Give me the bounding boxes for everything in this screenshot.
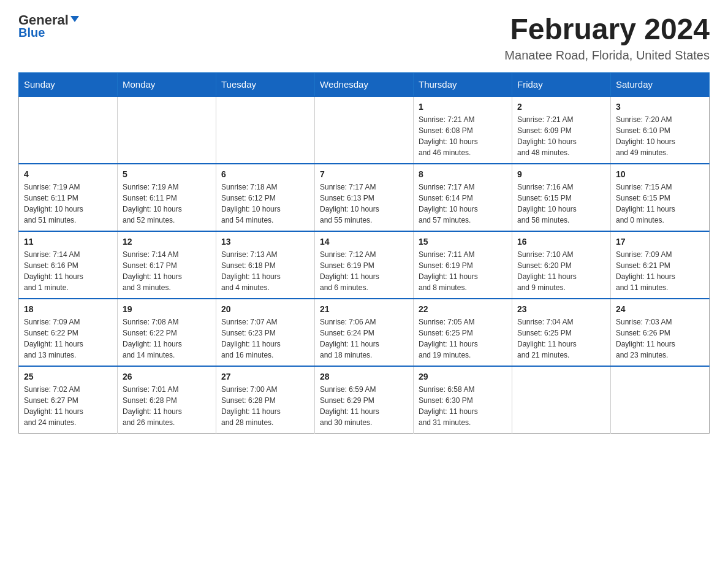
calendar-cell: 7Sunrise: 7:17 AM Sunset: 6:13 PM Daylig… xyxy=(315,164,414,231)
calendar-header-row: SundayMondayTuesdayWednesdayThursdayFrid… xyxy=(19,73,710,97)
day-of-week-header: Wednesday xyxy=(315,73,414,97)
day-info: Sunrise: 7:16 AM Sunset: 6:15 PM Dayligh… xyxy=(517,182,605,226)
calendar-cell xyxy=(118,96,216,164)
day-number: 14 xyxy=(320,237,408,247)
calendar-cell: 26Sunrise: 7:01 AM Sunset: 6:28 PM Dayli… xyxy=(118,366,216,434)
day-number: 26 xyxy=(123,372,211,381)
day-of-week-header: Saturday xyxy=(611,73,710,97)
day-info: Sunrise: 7:12 AM Sunset: 6:19 PM Dayligh… xyxy=(320,249,408,293)
page-header: General Blue February 2024 Manatee Road,… xyxy=(18,12,710,63)
calendar-cell: 8Sunrise: 7:17 AM Sunset: 6:14 PM Daylig… xyxy=(414,164,512,231)
day-info: Sunrise: 7:06 AM Sunset: 6:24 PM Dayligh… xyxy=(320,316,408,361)
day-info: Sunrise: 7:14 AM Sunset: 6:17 PM Dayligh… xyxy=(123,249,211,293)
day-number: 2 xyxy=(517,102,605,112)
day-number: 21 xyxy=(320,304,408,314)
logo-blue-text: Blue xyxy=(18,26,45,40)
calendar-week-row: 18Sunrise: 7:09 AM Sunset: 6:22 PM Dayli… xyxy=(19,299,710,366)
day-info: Sunrise: 7:03 AM Sunset: 6:26 PM Dayligh… xyxy=(616,316,704,361)
day-number: 9 xyxy=(517,169,605,179)
calendar-cell: 16Sunrise: 7:10 AM Sunset: 6:20 PM Dayli… xyxy=(512,231,611,299)
day-number: 15 xyxy=(419,237,507,247)
calendar-cell: 3Sunrise: 7:20 AM Sunset: 6:10 PM Daylig… xyxy=(611,96,710,164)
calendar-cell: 25Sunrise: 7:02 AM Sunset: 6:27 PM Dayli… xyxy=(19,366,118,434)
calendar-cell: 13Sunrise: 7:13 AM Sunset: 6:18 PM Dayli… xyxy=(216,231,315,299)
day-info: Sunrise: 7:19 AM Sunset: 6:11 PM Dayligh… xyxy=(123,182,211,226)
day-number: 10 xyxy=(616,169,704,179)
calendar-subtitle: Manatee Road, Florida, United States xyxy=(504,48,710,63)
calendar-cell: 15Sunrise: 7:11 AM Sunset: 6:19 PM Dayli… xyxy=(414,231,512,299)
calendar-cell: 9Sunrise: 7:16 AM Sunset: 6:15 PM Daylig… xyxy=(512,164,611,231)
day-number: 13 xyxy=(221,237,309,247)
day-info: Sunrise: 7:07 AM Sunset: 6:23 PM Dayligh… xyxy=(221,316,309,361)
calendar-cell: 1Sunrise: 7:21 AM Sunset: 6:08 PM Daylig… xyxy=(414,96,512,164)
day-info: Sunrise: 7:18 AM Sunset: 6:12 PM Dayligh… xyxy=(221,182,309,226)
calendar-cell: 12Sunrise: 7:14 AM Sunset: 6:17 PM Dayli… xyxy=(118,231,216,299)
svg-marker-0 xyxy=(70,16,79,22)
calendar-cell xyxy=(216,96,315,164)
day-number: 4 xyxy=(24,169,112,179)
day-number: 18 xyxy=(24,304,112,314)
day-number: 6 xyxy=(221,169,309,179)
day-info: Sunrise: 7:08 AM Sunset: 6:22 PM Dayligh… xyxy=(123,316,211,361)
day-info: Sunrise: 7:21 AM Sunset: 6:08 PM Dayligh… xyxy=(419,114,507,158)
calendar-cell: 20Sunrise: 7:07 AM Sunset: 6:23 PM Dayli… xyxy=(216,299,315,366)
calendar-cell: 6Sunrise: 7:18 AM Sunset: 6:12 PM Daylig… xyxy=(216,164,315,231)
day-number: 29 xyxy=(419,372,507,381)
day-number: 20 xyxy=(221,304,309,314)
day-number: 27 xyxy=(221,372,309,381)
day-info: Sunrise: 6:59 AM Sunset: 6:29 PM Dayligh… xyxy=(320,384,408,428)
day-number: 17 xyxy=(616,237,704,247)
calendar-cell: 21Sunrise: 7:06 AM Sunset: 6:24 PM Dayli… xyxy=(315,299,414,366)
day-number: 7 xyxy=(320,169,408,179)
calendar-cell: 22Sunrise: 7:05 AM Sunset: 6:25 PM Dayli… xyxy=(414,299,512,366)
day-info: Sunrise: 7:19 AM Sunset: 6:11 PM Dayligh… xyxy=(24,182,112,226)
calendar-week-row: 11Sunrise: 7:14 AM Sunset: 6:16 PM Dayli… xyxy=(19,231,710,299)
day-info: Sunrise: 7:09 AM Sunset: 6:22 PM Dayligh… xyxy=(24,316,112,361)
calendar-cell: 27Sunrise: 7:00 AM Sunset: 6:28 PM Dayli… xyxy=(216,366,315,434)
day-info: Sunrise: 7:17 AM Sunset: 6:13 PM Dayligh… xyxy=(320,182,408,226)
day-number: 25 xyxy=(24,372,112,381)
day-number: 23 xyxy=(517,304,605,314)
day-number: 22 xyxy=(419,304,507,314)
calendar-cell: 17Sunrise: 7:09 AM Sunset: 6:21 PM Dayli… xyxy=(611,231,710,299)
day-info: Sunrise: 7:20 AM Sunset: 6:10 PM Dayligh… xyxy=(616,114,704,158)
day-info: Sunrise: 7:11 AM Sunset: 6:19 PM Dayligh… xyxy=(419,249,507,293)
title-area: February 2024 Manatee Road, Florida, Uni… xyxy=(504,12,710,63)
day-number: 12 xyxy=(123,237,211,247)
day-number: 1 xyxy=(419,102,507,112)
day-info: Sunrise: 7:00 AM Sunset: 6:28 PM Dayligh… xyxy=(221,384,309,428)
day-number: 19 xyxy=(123,304,211,314)
day-of-week-header: Tuesday xyxy=(216,73,315,97)
calendar-cell: 14Sunrise: 7:12 AM Sunset: 6:19 PM Dayli… xyxy=(315,231,414,299)
day-info: Sunrise: 7:04 AM Sunset: 6:25 PM Dayligh… xyxy=(517,316,605,361)
day-info: Sunrise: 7:09 AM Sunset: 6:21 PM Dayligh… xyxy=(616,249,704,293)
day-info: Sunrise: 6:58 AM Sunset: 6:30 PM Dayligh… xyxy=(419,384,507,428)
calendar-cell xyxy=(611,366,710,434)
calendar-cell: 28Sunrise: 6:59 AM Sunset: 6:29 PM Dayli… xyxy=(315,366,414,434)
day-info: Sunrise: 7:05 AM Sunset: 6:25 PM Dayligh… xyxy=(419,316,507,361)
calendar-cell: 4Sunrise: 7:19 AM Sunset: 6:11 PM Daylig… xyxy=(19,164,118,231)
day-of-week-header: Friday xyxy=(512,73,611,97)
day-number: 8 xyxy=(419,169,507,179)
logo-arrow-icon xyxy=(69,12,80,28)
day-number: 5 xyxy=(123,169,211,179)
day-of-week-header: Sunday xyxy=(19,73,118,97)
calendar-cell: 11Sunrise: 7:14 AM Sunset: 6:16 PM Dayli… xyxy=(19,231,118,299)
calendar-table: SundayMondayTuesdayWednesdayThursdayFrid… xyxy=(18,72,710,434)
calendar-cell xyxy=(315,96,414,164)
day-info: Sunrise: 7:15 AM Sunset: 6:15 PM Dayligh… xyxy=(616,182,704,226)
calendar-cell xyxy=(512,366,611,434)
calendar-week-row: 1Sunrise: 7:21 AM Sunset: 6:08 PM Daylig… xyxy=(19,96,710,164)
calendar-cell: 24Sunrise: 7:03 AM Sunset: 6:26 PM Dayli… xyxy=(611,299,710,366)
day-info: Sunrise: 7:10 AM Sunset: 6:20 PM Dayligh… xyxy=(517,249,605,293)
day-number: 28 xyxy=(320,372,408,381)
calendar-cell: 5Sunrise: 7:19 AM Sunset: 6:11 PM Daylig… xyxy=(118,164,216,231)
day-of-week-header: Thursday xyxy=(414,73,512,97)
calendar-cell: 29Sunrise: 6:58 AM Sunset: 6:30 PM Dayli… xyxy=(414,366,512,434)
day-info: Sunrise: 7:01 AM Sunset: 6:28 PM Dayligh… xyxy=(123,384,211,428)
day-info: Sunrise: 7:02 AM Sunset: 6:27 PM Dayligh… xyxy=(24,384,112,428)
calendar-cell: 18Sunrise: 7:09 AM Sunset: 6:22 PM Dayli… xyxy=(19,299,118,366)
day-of-week-header: Monday xyxy=(118,73,216,97)
calendar-week-row: 25Sunrise: 7:02 AM Sunset: 6:27 PM Dayli… xyxy=(19,366,710,434)
day-info: Sunrise: 7:13 AM Sunset: 6:18 PM Dayligh… xyxy=(221,249,309,293)
